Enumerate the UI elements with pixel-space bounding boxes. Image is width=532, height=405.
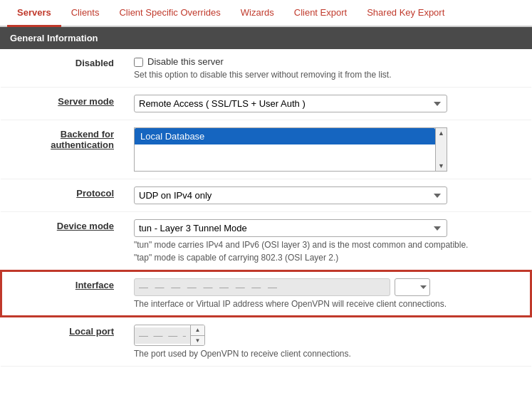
disabled-checkbox-row: Disable this server — [134, 56, 523, 67]
local-port-row: Local port ▲ ▼ The port used by OpenVPN … — [1, 317, 531, 367]
tab-client-specific-overrides[interactable]: Client Specific Overrides — [109, 0, 230, 27]
device-mode-label: Device mode — [1, 212, 125, 271]
disabled-help: Set this option to disable this server w… — [134, 70, 523, 80]
tab-shared-key-export[interactable]: Shared Key Export — [357, 0, 454, 27]
interface-input-wrap — [134, 278, 522, 296]
local-port-input[interactable] — [135, 327, 190, 344]
port-decrement-button[interactable]: ▼ — [191, 336, 204, 346]
disabled-checkbox-label: Disable this server — [147, 56, 224, 67]
tab-servers[interactable]: Servers — [7, 0, 61, 27]
device-mode-value-cell: tun - Layer 3 Tunnel Mode tap - Layer 2 … — [125, 212, 531, 271]
local-port-input-wrap: ▲ ▼ — [134, 325, 205, 346]
interface-input[interactable] — [134, 278, 390, 296]
disabled-label: Disabled — [1, 49, 125, 88]
device-mode-select[interactable]: tun - Layer 3 Tunnel Mode tap - Layer 2 … — [134, 219, 447, 237]
disabled-checkbox[interactable] — [134, 58, 143, 67]
local-port-help: The port used by OpenVPN to receive clie… — [134, 349, 523, 359]
port-spinner: ▲ ▼ — [190, 325, 204, 345]
tab-clients[interactable]: Clients — [61, 0, 110, 27]
protocol-label: Protocol — [1, 179, 125, 212]
device-mode-row: Device mode tun - Layer 3 Tunnel Mode ta… — [1, 212, 531, 271]
listbox-scrollbar[interactable]: ▲ ▼ — [435, 128, 447, 171]
tab-wizards[interactable]: Wizards — [231, 0, 284, 27]
protocol-value-cell: UDP on IPv4 only TCP on IPv4 only UDP on… — [125, 179, 531, 212]
backend-auth-listbox[interactable]: Local Database — [135, 128, 435, 171]
local-port-label: Local port — [1, 317, 125, 367]
scroll-down-icon[interactable]: ▼ — [438, 162, 444, 169]
server-mode-row: Server mode Remote Access ( SSL/TLS + Us… — [1, 88, 531, 120]
backend-auth-value-cell: Local Database ▲ ▼ — [125, 120, 531, 179]
device-mode-help-line2: "tap" mode is capable of carrying 802.3 … — [134, 253, 523, 263]
section-header: General Information — [0, 27, 532, 49]
section-title: General Information — [10, 33, 98, 43]
backend-auth-row: Backend forauthentication Local Database… — [1, 120, 531, 179]
device-mode-help-line1: "tun" mode carries IPv4 and IPv6 (OSI la… — [134, 240, 523, 250]
general-info-form: Disabled Disable this server Set this op… — [0, 49, 532, 367]
local-port-value-cell: ▲ ▼ The port used by OpenVPN to receive … — [125, 317, 531, 367]
interface-value-cell: The interface or Virtual IP address wher… — [125, 270, 531, 317]
backend-auth-label: Backend forauthentication — [1, 120, 125, 179]
server-mode-label: Server mode — [1, 88, 125, 120]
interface-help: The interface or Virtual IP address wher… — [134, 299, 522, 309]
interface-label-cell: Interface — [1, 270, 125, 317]
tab-client-export[interactable]: Client Export — [284, 0, 357, 27]
backend-listbox-wrap: Local Database ▲ ▼ — [134, 127, 447, 172]
interface-select[interactable] — [395, 278, 430, 296]
protocol-select[interactable]: UDP on IPv4 only TCP on IPv4 only UDP on… — [134, 186, 447, 204]
scroll-up-icon[interactable]: ▲ — [438, 130, 444, 137]
tab-navigation: Servers Clients Client Specific Override… — [0, 0, 532, 27]
server-mode-select[interactable]: Remote Access ( SSL/TLS + User Auth ) Re… — [134, 95, 447, 112]
port-increment-button[interactable]: ▲ — [191, 325, 204, 336]
disabled-row: Disabled Disable this server Set this op… — [1, 49, 531, 88]
interface-row: Interface The interface or Virtual IP ad… — [1, 270, 531, 317]
protocol-row: Protocol UDP on IPv4 only TCP on IPv4 on… — [1, 179, 531, 212]
disabled-value-cell: Disable this server Set this option to d… — [125, 49, 531, 88]
server-mode-value-cell: Remote Access ( SSL/TLS + User Auth ) Re… — [125, 88, 531, 120]
